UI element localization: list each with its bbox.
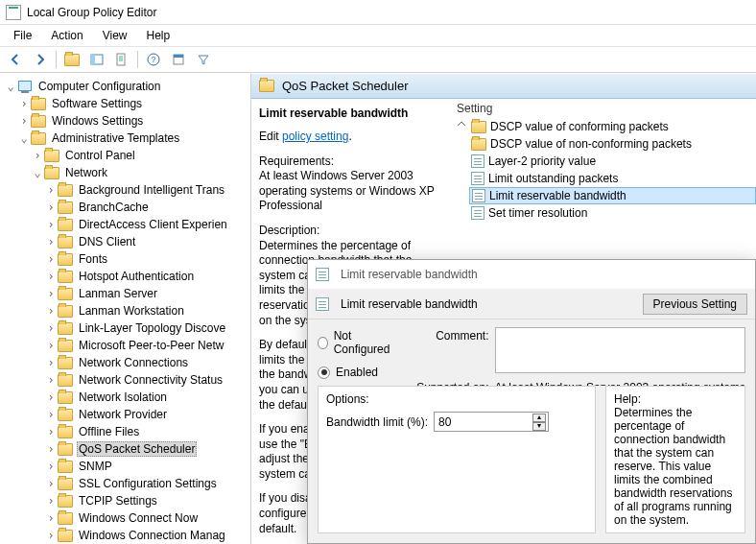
expand-icon[interactable]: › — [44, 494, 58, 508]
expand-icon[interactable]: › — [44, 287, 58, 300]
up-button[interactable] — [60, 49, 83, 70]
menu-action[interactable]: Action — [41, 27, 92, 44]
expand-icon[interactable]: › — [44, 218, 58, 231]
tree-item[interactable]: ›Hotspot Authentication — [4, 268, 250, 285]
previous-setting-button[interactable]: Previous Setting — [643, 294, 747, 315]
expand-icon[interactable]: › — [44, 408, 58, 421]
setting-title: Limit reservable bandwidth — [259, 106, 445, 120]
tree-item[interactable]: Network — [63, 166, 109, 179]
expand-icon[interactable]: › — [44, 235, 58, 248]
bandwidth-limit-input[interactable]: 80 ▴ ▾ — [434, 412, 549, 432]
tree-item[interactable]: ›Microsoft Peer-to-Peer Netw — [4, 337, 250, 354]
tree-item[interactable]: ›BranchCache — [4, 199, 250, 216]
tree-item-label: Network Provider — [77, 408, 169, 421]
radio-not-configured[interactable]: Not Configured — [318, 329, 395, 356]
expand-icon[interactable]: › — [44, 183, 58, 197]
tree-item[interactable]: ›TCPIP Settings — [4, 492, 250, 509]
expand-icon[interactable]: › — [44, 270, 58, 283]
expand-icon[interactable]: › — [44, 373, 58, 387]
tree-item-label: BranchCache — [77, 201, 151, 214]
radio-label: Not Configured — [334, 329, 395, 356]
settings-list[interactable]: DSCP value of conforming packetsDSCP val… — [469, 118, 756, 222]
svg-text:?: ? — [151, 55, 155, 64]
list-item[interactable]: Limit outstanding packets — [469, 170, 756, 187]
tree-item[interactable]: ›DirectAccess Client Experien — [4, 216, 250, 233]
tree-item[interactable]: Administrative Templates — [50, 131, 181, 145]
expand-icon[interactable]: ⌄ — [31, 166, 44, 179]
tree-item[interactable]: ›Background Intelligent Trans — [4, 181, 250, 199]
navigation-tree[interactable]: ⌄ Computer Configuration › Software Sett… — [0, 74, 251, 544]
spin-down-icon[interactable]: ▾ — [532, 422, 546, 431]
expand-icon[interactable]: › — [44, 460, 58, 473]
dialog-titlebar[interactable]: Limit reservable bandwidth — [308, 260, 755, 289]
export-button[interactable] — [110, 49, 133, 70]
tree-item[interactable]: Windows Settings — [50, 114, 145, 128]
expand-icon[interactable]: › — [44, 201, 58, 214]
tree-item[interactable]: ›SNMP — [4, 458, 250, 475]
tree-item-label: Windows Connection Manag — [77, 529, 227, 542]
expand-icon[interactable]: › — [17, 114, 31, 128]
expand-icon[interactable]: ⌄ — [4, 80, 17, 93]
expand-icon[interactable]: › — [31, 149, 44, 162]
tree-item[interactable]: ›Windows Connection Manag — [4, 527, 250, 544]
menu-view[interactable]: View — [93, 27, 137, 44]
tree-root[interactable]: Computer Configuration — [36, 80, 162, 93]
forward-button[interactable] — [29, 49, 52, 70]
tree-item[interactable]: ›Network Isolation — [4, 389, 250, 406]
column-header-setting[interactable]: Setting — [453, 99, 756, 118]
folder-icon — [58, 184, 73, 197]
menu-file[interactable]: File — [4, 27, 41, 44]
expand-icon[interactable]: › — [44, 356, 58, 369]
help-button[interactable]: ? — [142, 49, 165, 70]
list-item[interactable]: Layer-2 priority value — [469, 153, 756, 170]
tree-item[interactable]: Control Panel — [63, 149, 137, 162]
tree-item[interactable]: ›QoS Packet Scheduler — [4, 440, 250, 458]
tree-item-label: SNMP — [77, 460, 114, 473]
tree-item[interactable]: ›Windows Connect Now — [4, 509, 250, 527]
tree-item[interactable]: ›Network Provider — [4, 406, 250, 423]
tree-item[interactable]: ›Network Connections — [4, 354, 250, 371]
list-item[interactable]: DSCP value of conforming packets — [469, 118, 756, 135]
filter-button[interactable] — [192, 49, 215, 70]
tree-item-label: Fonts — [77, 252, 109, 266]
expand-icon[interactable]: › — [44, 511, 58, 525]
expand-icon[interactable]: › — [44, 529, 58, 542]
tree-item[interactable]: ›Network Connectivity Status — [4, 371, 250, 389]
show-hide-tree-button[interactable] — [85, 49, 108, 70]
expand-icon[interactable]: › — [17, 97, 31, 110]
list-item-label: Layer-2 priority value — [488, 154, 596, 168]
radio-enabled[interactable]: Enabled — [318, 366, 395, 379]
expand-icon[interactable]: › — [44, 390, 58, 404]
list-item[interactable]: DSCP value of non-conforming packets — [469, 135, 756, 153]
edit-policy-link[interactable]: policy setting — [282, 130, 348, 143]
list-item[interactable]: Limit reservable bandwidth — [469, 187, 756, 204]
folder-icon — [58, 443, 73, 456]
tree-item[interactable]: ›Lanman Workstation — [4, 302, 250, 319]
folder-icon — [58, 461, 73, 473]
comment-textbox[interactable] — [495, 327, 745, 373]
expand-icon[interactable]: › — [44, 477, 58, 490]
menu-help[interactable]: Help — [137, 27, 180, 44]
expand-icon[interactable]: › — [44, 321, 58, 335]
policy-icon — [316, 268, 329, 281]
tree-item[interactable]: ›Link-Layer Topology Discove — [4, 319, 250, 337]
scroll-up-icon[interactable] — [456, 118, 467, 130]
tree-item-label: DirectAccess Client Experien — [77, 218, 229, 231]
list-item[interactable]: Set timer resolution — [469, 204, 756, 222]
expand-icon[interactable]: ⌄ — [17, 131, 31, 145]
list-item-label: Limit outstanding packets — [488, 172, 618, 185]
tree-item[interactable]: ›Lanman Server — [4, 285, 250, 302]
expand-icon[interactable]: › — [44, 442, 58, 456]
expand-icon[interactable]: › — [44, 304, 58, 318]
expand-icon[interactable]: › — [44, 425, 58, 438]
tree-item[interactable]: ›Fonts — [4, 250, 250, 268]
tree-item[interactable]: ›Offline Files — [4, 423, 250, 440]
properties-button[interactable] — [167, 49, 190, 70]
expand-icon[interactable]: › — [44, 252, 58, 266]
folder-icon — [44, 150, 59, 162]
tree-item[interactable]: ›SSL Configuration Settings — [4, 475, 250, 492]
back-button[interactable] — [4, 49, 27, 70]
expand-icon[interactable]: › — [44, 339, 58, 352]
tree-item[interactable]: Software Settings — [50, 97, 144, 110]
tree-item[interactable]: ›DNS Client — [4, 233, 250, 250]
